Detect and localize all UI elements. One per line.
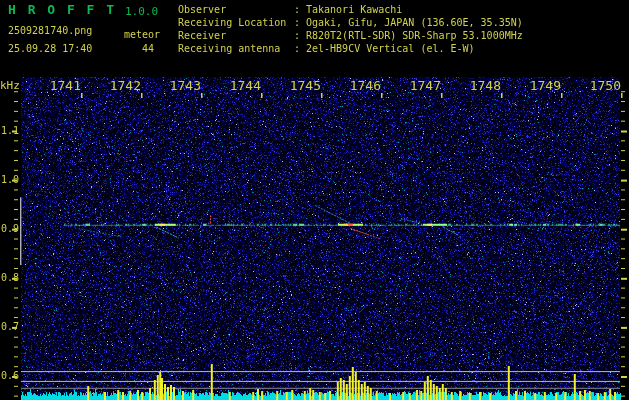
y-axis-label: 1.0: [1, 174, 19, 185]
y-axis-label: 0.7: [1, 321, 19, 332]
x-axis-label: 1744: [227, 80, 261, 91]
info-value-antenna: 2el-HB9CV Vertical (el. E-W): [306, 43, 475, 54]
info-value-observer: Takanori Kawachi: [306, 4, 402, 15]
y-axis-label: 0.9: [1, 223, 19, 234]
x-axis-label: 1748: [467, 80, 501, 91]
hrofft-window: H R O F F T 1.0.0 2509281740.png meteor …: [0, 0, 629, 400]
y-axis-unit-label: kHz: [0, 80, 20, 91]
info-colon: :: [294, 43, 300, 54]
info-colon: :: [294, 30, 300, 41]
x-axis-label: 1745: [287, 80, 321, 91]
x-axis-label: 1742: [107, 80, 141, 91]
x-axis-label: 1743: [167, 80, 201, 91]
info-label-observer: Observer: [178, 4, 226, 15]
app-version: 1.0.0: [125, 6, 158, 17]
info-label-receiver: Receiver: [178, 30, 226, 41]
info-label-antenna: Receiving antenna: [178, 43, 280, 54]
info-value-receiver: R820T2(RTL-SDR) SDR-Sharp 53.1000MHz: [306, 30, 523, 41]
output-filename: 2509281740.png: [8, 25, 92, 36]
y-axis-label: 0.8: [1, 272, 19, 283]
info-colon: :: [294, 17, 300, 28]
info-value-location: Ogaki, Gifu, JAPAN (136.60E, 35.35N): [306, 17, 523, 28]
x-axis-label: 1749: [527, 80, 561, 91]
spectrogram-canvas: [0, 0, 629, 400]
y-axis-label: 1.1: [1, 125, 19, 136]
y-axis-label: 0.6: [1, 370, 19, 381]
x-axis-label: 1746: [347, 80, 381, 91]
info-colon: :: [294, 4, 300, 15]
x-axis-label: 1741: [47, 80, 81, 91]
datetime-label: 25.09.28 17:40: [8, 43, 92, 54]
x-axis-label: 1750: [587, 80, 621, 91]
x-axis-label: 1747: [407, 80, 441, 91]
mode-label: meteor: [124, 29, 160, 40]
app-title: H R O F F T: [8, 4, 116, 15]
info-label-location: Receiving Location: [178, 17, 286, 28]
echo-count: 44: [142, 43, 154, 54]
